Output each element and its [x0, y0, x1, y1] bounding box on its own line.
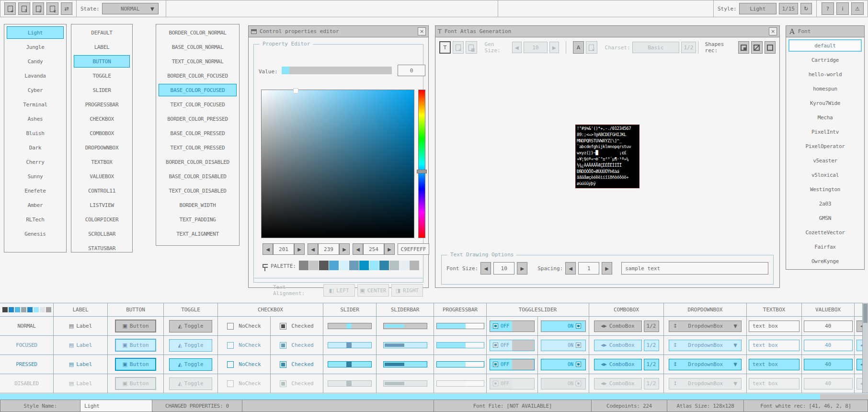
font-list-item[interactable]: homespun: [788, 82, 862, 95]
style-list-item[interactable]: Cyber: [7, 84, 64, 96]
palette-swatch[interactable]: [379, 261, 389, 270]
palette-swatch[interactable]: [319, 261, 329, 270]
shapes-rec-empty-button[interactable]: [765, 41, 776, 54]
checkbox-unchecked-preview[interactable]: NoCheck: [227, 323, 261, 330]
scrollbar-handle[interactable]: [863, 304, 868, 323]
slider-knob[interactable]: [346, 362, 352, 367]
slider-knob[interactable]: [346, 323, 352, 329]
font-image-button[interactable]: ▦: [466, 41, 477, 54]
font-list-item[interactable]: Cartridge: [788, 54, 862, 66]
style-list-item[interactable]: Candy: [7, 55, 64, 68]
props-list-item[interactable]: BORDER_COLOR_FOCUSED: [159, 69, 237, 82]
slider-knob[interactable]: [346, 343, 352, 348]
sliderbar-preview[interactable]: [383, 361, 427, 367]
controls-list-item[interactable]: CHECKBOX: [74, 113, 130, 125]
checkbox-checked-preview[interactable]: Checked: [280, 380, 313, 387]
checkbox-checked-preview[interactable]: Checked: [280, 361, 313, 368]
green-value[interactable]: 239: [318, 243, 339, 255]
button-preview[interactable]: ▣Button: [115, 377, 156, 390]
checkbox-unchecked-preview[interactable]: NoCheck: [227, 361, 261, 368]
toggle-preview[interactable]: ◭Toggle: [169, 378, 212, 390]
checkbox-unchecked-preview[interactable]: NoCheck: [227, 380, 261, 387]
label-preview[interactable]: ▤Label: [69, 342, 92, 348]
hue-bar[interactable]: [418, 90, 425, 238]
style-list-item[interactable]: Lavanda: [7, 69, 64, 82]
sliderbar-preview[interactable]: [383, 380, 427, 387]
font-list-item[interactable]: OwreKynge: [788, 255, 862, 267]
sliderbar-preview[interactable]: [383, 342, 427, 348]
font-list-item[interactable]: hello-world: [788, 68, 862, 80]
randomize-style-button[interactable]: ⇄: [61, 2, 72, 15]
font-size-decrease-button[interactable]: ◀: [480, 262, 491, 275]
shapes-rec-corner-button[interactable]: [738, 41, 749, 54]
controls-list-item[interactable]: BUTTON: [74, 55, 130, 68]
slider-preview[interactable]: [328, 323, 372, 329]
font-list-item[interactable]: v5loxical: [788, 169, 862, 181]
value-slider[interactable]: [282, 67, 392, 74]
issue-button[interactable]: ⚠: [851, 2, 864, 15]
props-list-item[interactable]: BASE_COLOR_FOCUSED: [159, 84, 237, 96]
style-name-input[interactable]: Light: [80, 400, 152, 412]
controls-list-item[interactable]: TEXTBOX: [74, 156, 130, 168]
valuebox-preview[interactable]: 40: [804, 359, 853, 370]
controls-list-item[interactable]: CONTROL11: [74, 184, 130, 197]
button-preview[interactable]: ▣Button: [115, 358, 156, 371]
button-preview[interactable]: ▣Button: [115, 339, 156, 352]
export-style-button[interactable]: e: [46, 2, 58, 15]
charset-file-button[interactable]: ×: [586, 41, 597, 54]
palette-swatch[interactable]: [369, 261, 379, 270]
props-list-item[interactable]: TEXT_COLOR_DISABLED: [159, 184, 237, 197]
props-list-item[interactable]: TEXT_COLOR_NORMAL: [159, 55, 237, 68]
valuebox-preview[interactable]: 40: [804, 340, 853, 351]
slider-preview[interactable]: [328, 342, 372, 348]
style-list-item[interactable]: Bluish: [7, 127, 64, 139]
spacing-decrease-button[interactable]: ◀: [565, 262, 576, 275]
table-vertical-scrollbar[interactable]: [862, 303, 868, 393]
props-list-item[interactable]: BASE_COLOR_PRESSED: [159, 127, 237, 139]
hex-color-field[interactable]: C9EFFEFF: [398, 243, 429, 255]
style-list-item[interactable]: Light: [7, 26, 64, 39]
palette-swatch[interactable]: [339, 261, 349, 270]
info-button[interactable]: i: [836, 2, 849, 15]
props-list-item[interactable]: BASE_COLOR_DISABLED: [159, 170, 237, 183]
font-atlas-titlebar[interactable]: T Font Atlas Generation ×: [435, 26, 779, 37]
toggle-preview[interactable]: ◭Toggle: [169, 358, 212, 371]
textbox-preview[interactable]: text box: [749, 320, 799, 332]
palette-swatch[interactable]: [299, 261, 308, 270]
style-list-item[interactable]: Enefete: [7, 184, 64, 197]
props-list-item[interactable]: TEXT_PADDING: [159, 213, 237, 226]
label-preview[interactable]: ▤Label: [69, 361, 92, 367]
font-list-item[interactable]: v5easter: [788, 154, 862, 167]
red-increase-button[interactable]: ▶: [294, 243, 305, 255]
slider-preview[interactable]: [328, 380, 372, 387]
palette-swatch[interactable]: [359, 261, 369, 270]
blue-increase-button[interactable]: ▶: [384, 243, 395, 255]
value-box[interactable]: 0: [398, 65, 425, 76]
close-font-atlas-button[interactable]: ×: [769, 27, 777, 35]
palette-swatch[interactable]: [410, 261, 419, 270]
font-list-item[interactable]: Westington: [788, 183, 862, 195]
controls-list-item[interactable]: COLORPICKER: [74, 213, 130, 226]
valuebox-preview[interactable]: 40: [804, 378, 853, 389]
font-list-item[interactable]: GMSN: [788, 212, 862, 224]
gen-size-decrease-button[interactable]: ◀: [512, 42, 522, 53]
controls-list-item[interactable]: SCROLLBAR: [74, 228, 130, 240]
load-style-button[interactable]: ↑: [18, 2, 30, 15]
font-list-item[interactable]: PixelOperator: [788, 140, 862, 152]
toggle-preview[interactable]: ◭Toggle: [169, 320, 212, 332]
toggleslider-on-preview[interactable]: ON: [541, 378, 586, 389]
combobox-preview[interactable]: ◀▶ComboBox1/2: [594, 320, 659, 332]
font-text-mode-button[interactable]: T: [439, 41, 451, 54]
combobox-preview[interactable]: ◀▶ComboBox1/2: [594, 378, 659, 389]
green-increase-button[interactable]: ▶: [339, 243, 350, 255]
new-style-button[interactable]: +: [4, 2, 16, 15]
palette-swatch[interactable]: [329, 261, 339, 270]
controls-list-item[interactable]: SLIDER: [74, 84, 130, 96]
toggleslider-on-preview[interactable]: ON: [541, 320, 586, 332]
props-list-item[interactable]: BORDER_COLOR_NORMAL: [159, 26, 237, 39]
props-list-item[interactable]: TEXT_COLOR_FOCUSED: [159, 98, 237, 111]
props-list-item[interactable]: BORDER_WIDTH: [159, 199, 237, 211]
controls-list-item[interactable]: PROGRESSBAR: [74, 98, 130, 111]
charset-mode-button[interactable]: A: [573, 41, 584, 54]
controls-list-item[interactable]: STATUSBAR: [74, 242, 130, 254]
